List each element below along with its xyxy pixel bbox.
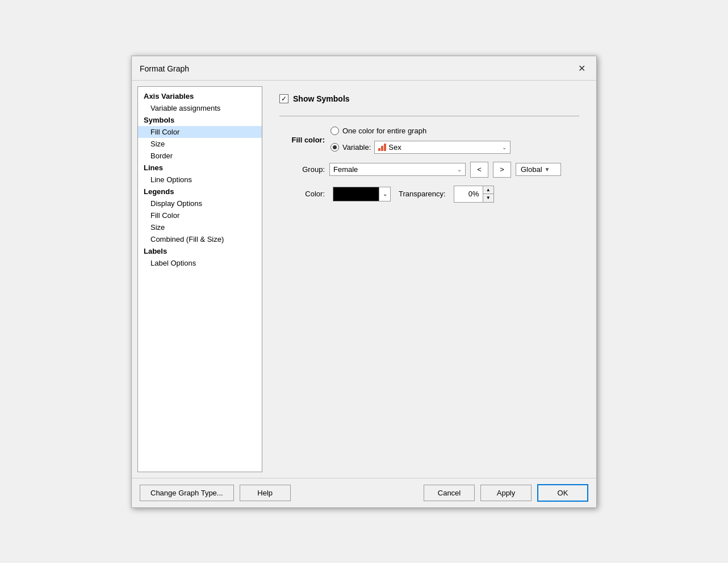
global-value: Global bbox=[521, 165, 542, 174]
ok-button[interactable]: OK bbox=[537, 484, 588, 502]
group-row: Group: Female ⌄ < > Global ▼ bbox=[279, 162, 579, 178]
one-color-option[interactable]: One color for entire graph bbox=[330, 127, 511, 135]
apply-button[interactable]: Apply bbox=[480, 485, 532, 501]
nav-item-fill-color[interactable]: Fill Color bbox=[138, 126, 262, 138]
group-label: Group: bbox=[279, 165, 325, 174]
nav-item-size[interactable]: Size bbox=[138, 138, 262, 150]
nav-item-variable-assignments[interactable]: Variable assignments bbox=[138, 102, 262, 114]
variable-dropdown[interactable]: Sex ⌄ bbox=[374, 141, 511, 154]
nav-item-border[interactable]: Border bbox=[138, 150, 262, 162]
color-label: Color: bbox=[279, 190, 325, 198]
nav-item-line-options[interactable]: Line Options bbox=[138, 174, 262, 186]
nav-item-symbols: Symbols bbox=[138, 114, 262, 126]
one-color-label: One color for entire graph bbox=[342, 127, 426, 135]
spinner-buttons: ▲ ▼ bbox=[483, 186, 493, 202]
dialog-body: Axis VariablesVariable assignmentsSymbol… bbox=[132, 81, 596, 478]
variable-label: Variable: bbox=[342, 143, 371, 152]
help-button[interactable]: Help bbox=[240, 485, 291, 501]
nav-item-lines: Lines bbox=[138, 162, 262, 174]
bar-chart-icon bbox=[378, 143, 386, 151]
next-group-button[interactable]: > bbox=[493, 162, 511, 178]
color-swatch-container[interactable]: ⌄ bbox=[333, 187, 391, 201]
change-graph-type-button[interactable]: Change Graph Type... bbox=[140, 485, 234, 501]
nav-item-label-options[interactable]: Label Options bbox=[138, 257, 262, 269]
dialog-title: Format Graph bbox=[140, 64, 189, 73]
left-nav-panel: Axis VariablesVariable assignmentsSymbol… bbox=[137, 86, 262, 472]
fill-color-section: Fill color: One color for entire graph V… bbox=[279, 127, 579, 203]
fill-color-field-row: Fill color: One color for entire graph V… bbox=[279, 127, 579, 154]
nav-item-legends-fill-color[interactable]: Fill Color bbox=[138, 209, 262, 221]
divider bbox=[279, 116, 579, 116]
one-color-radio[interactable] bbox=[330, 127, 339, 135]
transparency-down-button[interactable]: ▼ bbox=[483, 194, 493, 202]
transparency-up-button[interactable]: ▲ bbox=[483, 186, 493, 194]
dialog-footer: Change Graph Type... Help Cancel Apply O… bbox=[132, 478, 596, 507]
nav-item-legends: Legends bbox=[138, 186, 262, 198]
group-dropdown[interactable]: Female ⌄ bbox=[329, 163, 466, 176]
show-symbols-label: Show Symbols bbox=[293, 94, 350, 103]
nav-item-labels: Labels bbox=[138, 245, 262, 257]
color-swatch[interactable] bbox=[333, 187, 379, 201]
variable-dropdown-value: Sex bbox=[388, 143, 500, 152]
nav-item-legends-size[interactable]: Size bbox=[138, 221, 262, 233]
transparency-input[interactable] bbox=[454, 188, 483, 200]
variable-option[interactable]: Variable: Sex ⌄ bbox=[330, 141, 511, 154]
format-graph-dialog: Format Graph ✕ Axis VariablesVariable as… bbox=[131, 56, 597, 508]
cancel-button[interactable]: Cancel bbox=[424, 485, 475, 501]
right-panel: ✓ Show Symbols Fill color: One color for… bbox=[268, 86, 591, 472]
global-dropdown-arrow: ▼ bbox=[545, 166, 550, 173]
fill-color-label: Fill color: bbox=[279, 136, 325, 144]
nav-item-axis-variables: Axis Variables bbox=[138, 90, 262, 102]
group-dropdown-value: Female bbox=[333, 165, 455, 174]
transparency-spinner: ▲ ▼ bbox=[454, 186, 494, 203]
show-symbols-row: ✓ Show Symbols bbox=[279, 94, 579, 103]
group-dropdown-arrow: ⌄ bbox=[457, 166, 462, 173]
prev-group-button[interactable]: < bbox=[470, 162, 488, 178]
close-button[interactable]: ✕ bbox=[575, 62, 588, 75]
global-dropdown[interactable]: Global ▼ bbox=[516, 163, 561, 176]
title-bar: Format Graph ✕ bbox=[132, 56, 596, 81]
show-symbols-checkbox[interactable]: ✓ bbox=[279, 94, 288, 103]
nav-item-combined[interactable]: Combined (Fill & Size) bbox=[138, 233, 262, 245]
variable-radio[interactable] bbox=[330, 143, 339, 152]
variable-dropdown-arrow: ⌄ bbox=[502, 144, 507, 150]
transparency-label: Transparency: bbox=[399, 190, 446, 198]
nav-item-display-options[interactable]: Display Options bbox=[138, 198, 262, 209]
swatch-dropdown-arrow[interactable]: ⌄ bbox=[379, 187, 390, 201]
color-row: Color: ⌄ Transparency: ▲ ▼ bbox=[279, 186, 579, 203]
